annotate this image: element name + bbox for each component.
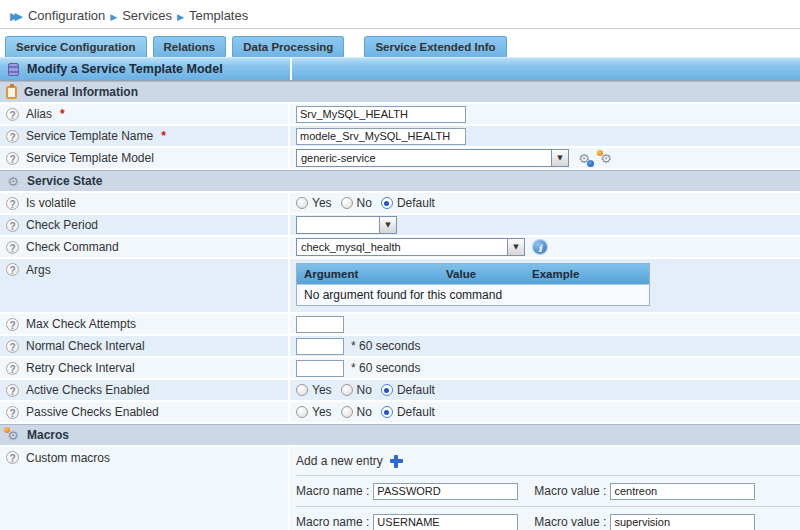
breadcrumb-link-configuration[interactable]: Configuration — [28, 8, 105, 23]
dropdown-arrow-icon[interactable] — [507, 239, 524, 255]
field-label-template-model: Service Template Model — [26, 151, 154, 165]
help-icon[interactable] — [6, 406, 19, 419]
help-icon[interactable] — [6, 318, 19, 331]
alias-input[interactable] — [296, 106, 466, 123]
tab-service-extended-info[interactable]: Service Extended Info — [364, 36, 506, 57]
macro-value-label: Macro value : — [534, 484, 606, 498]
gear-info-icon[interactable] — [577, 152, 591, 165]
section-header-service-state: Service State — [0, 170, 800, 193]
gear-icon — [6, 175, 20, 188]
interval-suffix: * 60 seconds — [351, 361, 420, 375]
check-period-select[interactable] — [296, 216, 397, 234]
info-icon[interactable] — [533, 240, 547, 254]
args-column-argument: Argument — [297, 268, 439, 280]
is-volatile-radio-yes[interactable] — [296, 197, 308, 209]
field-label-alias: Alias — [26, 107, 52, 121]
gear-star-icon — [6, 429, 20, 442]
help-icon[interactable] — [6, 130, 19, 143]
help-icon[interactable] — [6, 384, 19, 397]
form-row-max-check-attempts: Max Check Attempts — [0, 314, 800, 336]
field-label-passive-checks: Passive Checks Enabled — [26, 405, 159, 419]
macro-value-input[interactable] — [610, 483, 755, 500]
macro-name-label: Macro name : — [296, 515, 369, 529]
macro-row-username: Macro name : Macro value : — [296, 511, 800, 530]
section-title: General Information — [24, 85, 138, 99]
form-row-service-template-model: Service Template Model generic-service — [0, 148, 800, 170]
clipboard-icon — [6, 86, 17, 99]
tab-relations[interactable]: Relations — [153, 36, 227, 57]
help-icon[interactable] — [6, 108, 19, 121]
service-template-name-input[interactable] — [296, 128, 466, 145]
is-volatile-radio-no[interactable] — [341, 197, 353, 209]
help-icon[interactable] — [6, 219, 19, 232]
args-empty-message: No argument found for this command — [304, 288, 502, 302]
field-label-normal-check-interval: Normal Check Interval — [26, 339, 145, 353]
field-label-retry-check-interval: Retry Check Interval — [26, 361, 135, 375]
add-entry-plus-icon[interactable] — [390, 455, 403, 468]
form-row-service-template-name: Service Template Name * — [0, 126, 800, 148]
tab-service-configuration[interactable]: Service Configuration — [5, 36, 147, 57]
args-table-header: Argument Value Example — [297, 264, 649, 284]
retry-check-interval-input[interactable] — [296, 360, 344, 377]
section-header-general-information: General Information — [0, 81, 800, 104]
dropdown-arrow-icon[interactable] — [379, 217, 396, 233]
breadcrumb-separator-icon — [110, 8, 117, 23]
macro-name-input[interactable] — [373, 483, 518, 500]
help-icon[interactable] — [6, 241, 19, 254]
field-label-args: Args — [26, 263, 51, 277]
is-volatile-radio-default[interactable] — [381, 197, 393, 209]
field-label-is-volatile: Is volatile — [26, 196, 76, 210]
field-label-check-command: Check Command — [26, 240, 119, 254]
radio-label: No — [357, 405, 372, 419]
radio-label: Default — [397, 405, 435, 419]
section-header-macros: Macros — [0, 424, 800, 447]
field-label-template-name: Service Template Name — [26, 129, 153, 143]
dropdown-arrow-icon[interactable] — [551, 150, 568, 166]
radio-label: No — [357, 196, 372, 210]
field-label-active-checks: Active Checks Enabled — [26, 383, 149, 397]
active-checks-radio-default[interactable] — [381, 384, 393, 396]
args-column-example: Example — [525, 268, 649, 280]
breadcrumb-link-services[interactable]: Services — [122, 8, 172, 23]
macro-value-input[interactable] — [610, 514, 755, 530]
form-row-normal-check-interval: Normal Check Interval * 60 seconds — [0, 336, 800, 358]
radio-label: Default — [397, 383, 435, 397]
field-label-max-check-attempts: Max Check Attempts — [26, 317, 136, 331]
macro-name-label: Macro name : — [296, 484, 369, 498]
service-template-model-select[interactable]: generic-service — [296, 149, 569, 167]
help-icon[interactable] — [6, 362, 19, 375]
breadcrumb-separator-icon — [177, 8, 184, 23]
active-checks-radio-no[interactable] — [341, 384, 353, 396]
breadcrumb-link-templates[interactable]: Templates — [189, 8, 248, 23]
field-label-custom-macros: Custom macros — [26, 451, 110, 465]
breadcrumb: Configuration Services Templates — [0, 0, 800, 29]
form-row-active-checks-enabled: Active Checks Enabled Yes No Default — [0, 380, 800, 402]
normal-check-interval-input[interactable] — [296, 338, 344, 355]
passive-checks-radio-no[interactable] — [341, 406, 353, 418]
help-icon[interactable] — [6, 152, 19, 165]
gear-star-icon[interactable] — [599, 152, 613, 165]
active-checks-radio-yes[interactable] — [296, 384, 308, 396]
form-row-is-volatile: Is volatile Yes No Default — [0, 193, 800, 215]
page: Configuration Services Templates Service… — [0, 0, 800, 530]
database-icon — [8, 63, 19, 76]
breadcrumb-double-arrow-icon — [10, 8, 23, 23]
help-icon[interactable] — [6, 451, 19, 464]
check-command-select[interactable]: check_mysql_health — [296, 238, 525, 256]
macro-name-input[interactable] — [373, 514, 518, 530]
tab-data-processing[interactable]: Data Processing — [232, 36, 344, 57]
form-row-alias: Alias * — [0, 104, 800, 126]
help-icon[interactable] — [6, 197, 19, 210]
macro-separator — [296, 475, 800, 476]
macro-separator — [296, 506, 800, 507]
form-row-retry-check-interval: Retry Check Interval * 60 seconds — [0, 358, 800, 380]
star-badge-icon — [597, 150, 603, 156]
help-icon[interactable] — [6, 340, 19, 353]
form-title-bar: Modify a Service Template Model — [0, 57, 800, 81]
star-badge-icon — [4, 427, 10, 433]
form-row-check-command: Check Command check_mysql_health — [0, 237, 800, 259]
passive-checks-radio-default[interactable] — [381, 406, 393, 418]
passive-checks-radio-yes[interactable] — [296, 406, 308, 418]
help-icon[interactable] — [6, 263, 19, 276]
max-check-attempts-input[interactable] — [296, 316, 344, 333]
